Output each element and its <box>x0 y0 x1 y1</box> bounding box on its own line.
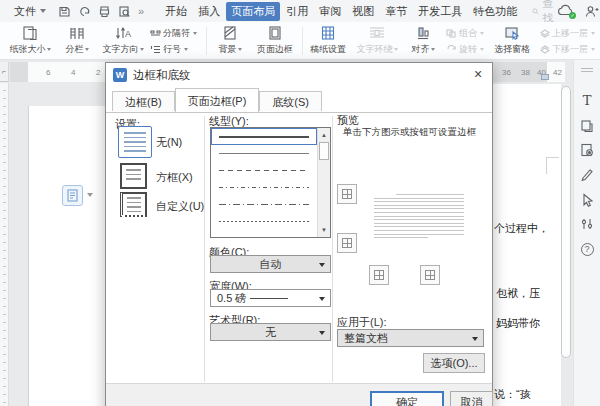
paper-size-icon <box>21 25 39 42</box>
scroll-up-icon[interactable]: ▲ <box>318 129 330 141</box>
columns-button[interactable]: 分栏 <box>57 24 97 56</box>
tab-review[interactable]: 审阅 <box>314 2 346 21</box>
paste-options-button[interactable] <box>62 185 83 206</box>
tab-borders[interactable]: 边框(B) <box>112 91 175 111</box>
border-right-toggle-button[interactable] <box>420 265 440 285</box>
paper-size-button[interactable]: 纸张大小 <box>6 24 54 56</box>
setting-none-option[interactable] <box>118 126 152 158</box>
help-icon[interactable]: ? <box>579 241 595 257</box>
setting-box-label[interactable]: 方框(X) <box>156 170 193 185</box>
group-icon <box>446 29 457 38</box>
adjust-settings-icon[interactable] <box>579 216 595 232</box>
group-button: 组合 <box>446 27 484 40</box>
chevron-down-icon[interactable] <box>40 9 46 13</box>
ok-button[interactable]: 确定 <box>370 391 444 406</box>
tab-shading[interactable]: 底纹(S) <box>259 91 322 111</box>
setting-custom-option[interactable] <box>120 192 147 217</box>
rotate-button: 旋转 <box>446 43 484 56</box>
vertical-ruler[interactable] <box>0 83 9 406</box>
line-style-option[interactable] <box>211 213 317 230</box>
ruler-page-right: 42 <box>547 62 565 82</box>
vertical-scrollbar[interactable] <box>561 86 571 358</box>
tab-references[interactable]: 引用 <box>281 2 313 21</box>
copy-page-icon[interactable] <box>579 118 595 134</box>
scroll-down-icon[interactable]: ▼ <box>318 224 330 236</box>
indent-marker[interactable] <box>541 74 549 80</box>
scroll-thumb[interactable] <box>319 142 329 160</box>
text-direction-button[interactable]: A 文字方向 <box>99 24 147 56</box>
close-icon[interactable]: × <box>469 65 487 83</box>
list-scrollbar[interactable]: ▲ ▼ <box>317 128 330 237</box>
paste-options-caret-icon[interactable] <box>87 193 93 197</box>
print-preview-icon[interactable] <box>118 5 131 18</box>
tab-insert[interactable]: 插入 <box>193 2 225 21</box>
line-style-option-selected[interactable] <box>211 128 317 145</box>
page-settings-icon[interactable] <box>579 142 595 158</box>
color-dropdown[interactable]: 自动 <box>210 255 331 273</box>
line-style-option[interactable] <box>211 179 317 196</box>
file-menu[interactable]: 文件 <box>10 2 40 21</box>
separator-icon <box>150 29 161 38</box>
pen-tool-icon[interactable] <box>579 166 595 182</box>
tab-page-border[interactable]: 页面边框(P) <box>175 88 260 112</box>
line-style-option[interactable] <box>211 196 317 213</box>
width-dropdown[interactable]: 0.5 磅 <box>210 289 331 307</box>
align-button[interactable]: 对齐 <box>404 24 442 56</box>
line-style-option[interactable] <box>211 145 317 162</box>
tab-special-features[interactable]: 特色功能 <box>468 2 522 21</box>
send-backward-button: 下移一层 <box>540 43 595 56</box>
art-dropdown[interactable]: 无 <box>210 323 331 341</box>
rotate-icon <box>446 45 457 54</box>
invite-user-icon[interactable] <box>585 5 599 18</box>
divider <box>204 116 205 382</box>
separator-button[interactable]: 分隔符 <box>150 27 197 40</box>
save-icon[interactable] <box>58 5 71 18</box>
text-tool-icon[interactable]: T <box>579 92 595 108</box>
tab-home[interactable]: 开始 <box>160 2 192 21</box>
select-cursor-icon[interactable] <box>579 192 595 208</box>
line-style-list[interactable]: ▲ ▼ <box>210 127 331 238</box>
print-icon[interactable] <box>98 5 111 18</box>
sync-check-badge: ✓ <box>569 12 576 19</box>
ruler-corner-tab-selector[interactable]: ⌐ <box>0 62 9 82</box>
bring-forward-button: 上移一层 <box>540 27 595 40</box>
tab-section[interactable]: 章节 <box>380 2 412 21</box>
border-bottom-toggle-button[interactable] <box>337 233 357 253</box>
document-page-right[interactable] <box>493 84 561 406</box>
line-style-option[interactable] <box>211 162 317 179</box>
menubar: 文件 » 开始 插入 页面布局 引用 审阅 视图 章节 开发工具 特色功能 查找 <box>0 0 600 22</box>
wps-logo-icon: W <box>113 68 127 82</box>
send-backward-icon <box>540 45 550 54</box>
background-button[interactable]: 背景 <box>210 24 250 56</box>
cancel-button[interactable]: 取消 <box>450 391 493 406</box>
page-border-button[interactable]: 页面边框 <box>252 24 298 56</box>
apply-to-dropdown[interactable]: 整篇文档 <box>337 329 484 347</box>
setting-none-label[interactable]: 无(N) <box>156 135 182 150</box>
divider <box>206 27 207 55</box>
divider <box>302 27 303 55</box>
divider <box>332 116 333 382</box>
undo-icon[interactable] <box>78 5 91 18</box>
tab-page-layout[interactable]: 页面布局 <box>226 2 280 21</box>
text-wrap-icon <box>368 25 386 42</box>
options-button[interactable]: 选项(O)... <box>423 353 485 373</box>
setting-box-option[interactable] <box>120 163 147 189</box>
sidebar-drag-handle-icon[interactable] <box>581 68 593 72</box>
selection-pane-button[interactable]: 选择窗格 <box>490 24 534 56</box>
preview-paragraph-end-patch <box>428 235 464 242</box>
dropdown-caret-icon <box>472 337 478 341</box>
ruler-page-left: 6 4 2 <box>28 62 105 82</box>
tab-developer[interactable]: 开发工具 <box>413 2 467 21</box>
border-top-toggle-button[interactable] <box>337 184 357 204</box>
preview-document-thumbnail[interactable] <box>374 194 464 241</box>
document-page[interactable] <box>28 106 105 406</box>
border-left-toggle-button[interactable] <box>369 265 389 285</box>
document-text-line: 妈妈带你 <box>496 316 540 331</box>
setting-custom-label[interactable]: 自定义(U) <box>156 199 204 214</box>
tab-view[interactable]: 视图 <box>347 2 379 21</box>
line-number-button[interactable]: 行号 <box>150 43 188 56</box>
ruler-margin-right: 36 38 40 <box>493 62 547 82</box>
manuscript-setup-button[interactable]: 稿纸设置 <box>306 24 350 56</box>
cloud-sync-icon[interactable]: ✓ <box>557 4 574 18</box>
more-quick-icons[interactable]: » <box>138 5 144 17</box>
